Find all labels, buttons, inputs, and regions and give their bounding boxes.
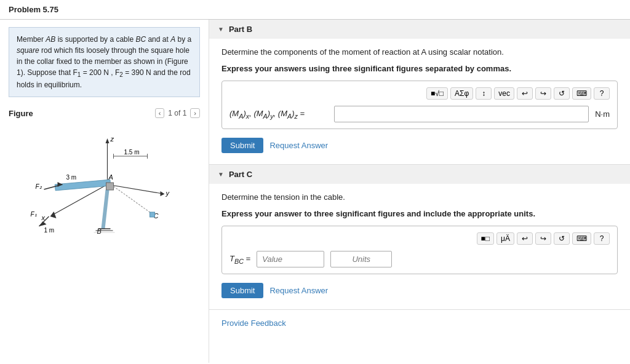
part-b-toolbar: ■√□ AΣφ ↕ vec ↩ ↪ ↺ ⌨ ? (229, 87, 610, 100)
part-b-arrow: ▼ (218, 26, 224, 33)
part-c-toolbar: ■□ μÄ ↩ ↪ ↺ ⌨ ? (229, 232, 610, 245)
part-b-submit-button[interactable]: Submit (221, 138, 263, 153)
figure-navigation[interactable]: ‹ 1 of 1 › (155, 108, 200, 118)
toolbar-vec-btn[interactable]: vec (494, 87, 514, 100)
part-c-request-answer-link[interactable]: Request Answer (269, 286, 328, 295)
part-c-input-row: TBC = (229, 251, 610, 267)
toolbar-updown-btn[interactable]: ↕ (476, 87, 492, 100)
part-c-label: Part C (229, 170, 252, 179)
part-c-header: ▼ Part C (209, 165, 630, 184)
part-c-instruction: Express your answer to three significant… (221, 209, 618, 218)
part-b-unit-label: N·m (595, 109, 610, 119)
part-b-request-answer-link[interactable]: Request Answer (269, 141, 328, 150)
page-title: Problem 5.75 (0, 0, 630, 20)
part-c-units-input[interactable] (330, 251, 392, 267)
svg-text:F₁: F₁ (31, 211, 37, 218)
toolbar-refresh-btn[interactable]: ↺ (554, 87, 570, 100)
left-panel: Member AB is supported by a cable BC and… (0, 20, 209, 363)
part-c-submit-button[interactable]: Submit (221, 283, 263, 298)
figure-prev-button[interactable]: ‹ (155, 108, 165, 118)
problem-text: Member AB is supported by a cable BC and… (9, 27, 200, 97)
svg-text:z: z (110, 135, 114, 143)
part-b-section: ▼ Part B Determine the components of the… (209, 20, 630, 165)
part-c-toolbar-box-btn[interactable]: ■□ (477, 232, 495, 245)
toolbar-keyboard-btn[interactable]: ⌨ (572, 87, 591, 100)
part-c-body: Determine the tension in the cable. Expr… (209, 184, 630, 309)
toolbar-undo-btn[interactable]: ↩ (517, 87, 533, 100)
part-c-arrow: ▼ (218, 171, 224, 178)
part-c-toolbar-refresh-btn[interactable]: ↺ (554, 232, 570, 245)
svg-text:F₂: F₂ (36, 183, 42, 190)
part-b-instruction: Express your answers using three signifi… (221, 64, 618, 73)
svg-text:A: A (108, 173, 113, 181)
part-c-tbc-label: TBC = (229, 254, 250, 265)
part-b-input-label: (MA)x, (MA)y, (MA)z = (229, 109, 328, 120)
toolbar-symbols-btn[interactable]: AΣφ (450, 87, 473, 100)
figure-next-button[interactable]: › (190, 108, 200, 118)
figure-page: 1 of 1 (168, 109, 186, 117)
figure-title: Figure (9, 109, 33, 118)
part-c-answer-box: ■□ μÄ ↩ ↪ ↺ ⌨ ? TBC = (221, 226, 618, 274)
part-b-input-row: (MA)x, (MA)y, (MA)z = N·m (229, 106, 610, 122)
part-c-toolbar-redo-btn[interactable]: ↪ (535, 232, 551, 245)
part-c-toolbar-undo-btn[interactable]: ↩ (517, 232, 533, 245)
svg-text:3 m: 3 m (66, 174, 77, 181)
svg-text:1 m: 1 m (44, 227, 55, 234)
part-c-toolbar-help-btn[interactable]: ? (594, 232, 610, 245)
provide-feedback-link[interactable]: Provide Feedback (209, 310, 630, 336)
svg-rect-20 (150, 212, 155, 217)
part-c-section: ▼ Part C Determine the tension in the ca… (209, 165, 630, 310)
figure-area: z y x 3 m A (9, 123, 200, 246)
part-b-header: ▼ Part B (209, 20, 630, 39)
part-b-answer-input[interactable] (334, 106, 589, 122)
part-c-btn-row: Submit Request Answer (221, 283, 618, 298)
part-b-btn-row: Submit Request Answer (221, 138, 618, 153)
part-b-label: Part B (229, 25, 252, 34)
part-b-description: Determine the components of the moment o… (221, 47, 618, 57)
problem-title: Problem 5.75 (9, 5, 58, 14)
figure-header: Figure ‹ 1 of 1 › (9, 108, 200, 118)
part-c-toolbar-keyboard-btn[interactable]: ⌨ (572, 232, 591, 245)
svg-text:1.5 m: 1.5 m (124, 149, 140, 156)
part-b-body: Determine the components of the moment o… (209, 39, 630, 164)
toolbar-matrix-btn[interactable]: ■√□ (426, 87, 448, 100)
figure-svg: z y x 3 m A (9, 123, 200, 246)
part-b-answer-box: ■√□ AΣφ ↕ vec ↩ ↪ ↺ ⌨ ? (MA)x, (MA)y, (M… (221, 81, 618, 129)
svg-rect-13 (106, 183, 114, 190)
toolbar-redo-btn[interactable]: ↪ (535, 87, 551, 100)
part-c-value-input[interactable] (257, 251, 324, 267)
part-c-toolbar-mu-btn[interactable]: μÄ (496, 232, 514, 245)
toolbar-help-btn[interactable]: ? (594, 87, 610, 100)
right-panel: ▼ Part B Determine the components of the… (209, 20, 630, 363)
part-c-description: Determine the tension in the cable. (221, 192, 618, 202)
